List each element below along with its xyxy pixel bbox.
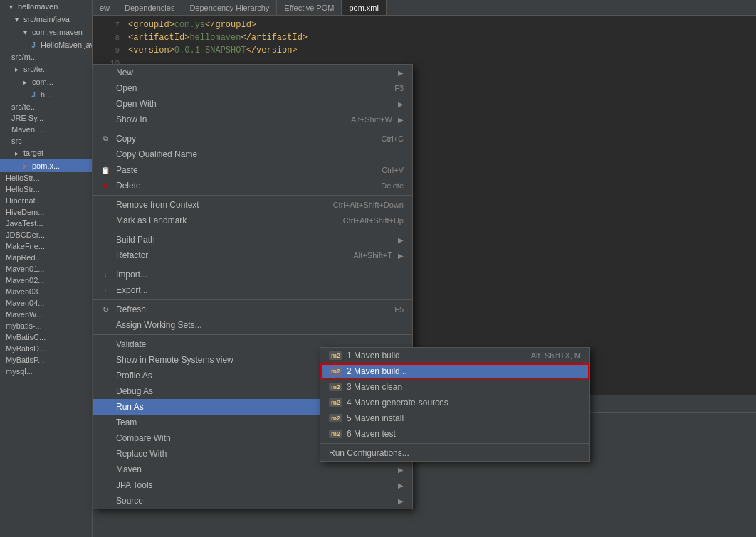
sidebar-item-makefriend[interactable]: MakeFrie... [0,240,92,252]
sidebar-item-hellomavenj[interactable]: J HelloMaven.java [0,38,92,51]
paste-icon: 📋 [99,164,112,176]
debug-icon [99,385,112,398]
refresh-icon: ↻ [99,303,112,316]
menu-item-refresh[interactable]: ↻ Refresh F5 [93,302,412,317]
menu-item-export[interactable]: ↑ Export... [93,282,412,298]
menu-item-copy-qualified[interactable]: Copy Qualified Name [93,147,412,162]
code-line-8: 8 <artifactId>hellomaven</artifactId> [93,31,756,44]
submenu-item-maven-build-2[interactable]: m2 2 Maven build... [320,363,589,379]
submenu-separator [320,443,589,444]
run-as-submenu: m2 1 Maven build Alt+Shift+X, M m2 2 Mav… [320,347,590,462]
build-path-icon [99,233,112,246]
xml-icon: x [20,161,30,171]
menu-item-open[interactable]: Open F3 [93,80,412,96]
separator-2 [93,195,412,196]
tab-effective-pom[interactable]: Effective POM [277,0,342,15]
sidebar-item-hellostr2[interactable]: HelloStr... [0,184,92,195]
sidebar-item-mybatis[interactable]: mybatis-... [0,320,92,331]
sidebar-item-maven02[interactable]: Maven02... [0,275,92,286]
menu-item-build-path[interactable]: Build Path ▶ [93,232,412,248]
sidebar-item-src-main2[interactable]: src/m... [0,51,92,63]
open-with-icon [99,97,112,110]
tab-ew[interactable]: ew [93,0,117,15]
submenu-item-maven-test[interactable]: m2 6 Maven test [320,426,589,442]
sidebar-item-jre[interactable]: JRE Sy... [0,112,92,124]
sidebar-item-pom[interactable]: x pom.x... [0,159,92,172]
submenu-item-run-configs[interactable]: Run Configurations... [320,445,589,461]
sidebar-item-hellomaven[interactable]: ▾ hellomaven [0,0,92,13]
menu-item-delete[interactable]: ✕ Delete Delete [93,178,412,193]
profile-icon [99,369,112,382]
sidebar-item-javatest[interactable]: JavaTest... [0,218,92,229]
jpa-icon [99,479,112,491]
sidebar-item-target[interactable]: ▸ target [0,147,92,159]
folder-icon-target: ▸ [11,148,21,158]
menu-item-source[interactable]: Source ▶ [93,493,412,509]
remote-systems-icon [99,353,112,366]
sidebar-item-src-main[interactable]: ▾ src/main/java [0,13,92,26]
submenu-arrow-refactor: ▶ [398,252,404,260]
tab-dependencies[interactable]: Dependencies [117,0,182,15]
sidebar-item-h[interactable]: J h... [0,88,92,101]
sidebar-item-mysql[interactable]: mysql... [0,366,92,377]
submenu-item-maven-clean[interactable]: m2 3 Maven clean [320,379,589,395]
menu-item-mark-landmark[interactable]: Mark as Landmark Ctrl+Alt+Shift+Up [93,213,412,228]
submenu-arrow-jpa: ▶ [398,482,404,489]
java-icon: J [28,40,38,50]
sidebar-item-mybatisp[interactable]: MyBatisP... [0,354,92,366]
maven-icon [99,463,112,476]
folder-icon-2: ▸ [11,64,21,74]
show-in-icon [99,113,112,126]
run-icon [99,400,112,413]
submenu-arrow-maven: ▶ [398,466,404,474]
submenu-item-maven-generate[interactable]: m2 4 Maven generate-sources [320,395,589,410]
sidebar-item-mapred[interactable]: MapRed... [0,252,92,263]
m2-badge-1: m2 [329,351,342,360]
sidebar-item-hivedemo[interactable]: HiveDem... [0,206,92,218]
menu-item-import[interactable]: ↓ Import... [93,267,412,282]
submenu-item-maven-build-1[interactable]: m2 1 Maven build Alt+Shift+X, M [320,348,589,363]
tab-dependency-hierarchy[interactable]: Dependency Hierarchy [182,0,277,15]
sidebar-item-maven-dep[interactable]: Maven ... [0,124,92,135]
sidebar-item-mavenw[interactable]: MavenW... [0,309,92,320]
menu-item-open-with[interactable]: Open With ▶ [93,96,412,112]
submenu-item-maven-install[interactable]: m2 5 Maven install [320,410,589,426]
menu-item-remove-context[interactable]: Remove from Context Ctrl+Alt+Shift+Down [93,197,412,213]
submenu-arrow-open-with: ▶ [398,100,404,108]
tab-pomxml[interactable]: pom.xml [342,0,387,15]
sidebar-item-com2[interactable]: ▸ com... [0,75,92,88]
m2-badge-5: m2 [329,414,342,422]
submenu-arrow-show-in: ▶ [398,116,404,124]
sidebar-item-maven01[interactable]: Maven01... [0,263,92,275]
sidebar-item-src[interactable]: src [0,135,92,147]
sidebar-item-hibernate[interactable]: Hibernat... [0,195,92,206]
menu-item-maven[interactable]: Maven ▶ [93,462,412,477]
sidebar-item-maven04[interactable]: Maven04... [0,297,92,309]
separator-1 [93,129,412,129]
sidebar-item-maven03[interactable]: Maven03... [0,286,92,297]
menu-item-working-sets[interactable]: Assign Working Sets... [93,317,412,333]
sidebar-item-src-test2[interactable]: src/te... [0,101,92,112]
open-icon [99,82,112,95]
new-icon [99,66,112,79]
menu-item-new[interactable]: New ▶ [93,65,412,80]
menu-item-paste[interactable]: 📋 Paste Ctrl+V [93,162,412,178]
replace-icon [99,447,112,460]
compare-icon [99,432,112,445]
sidebar-item-mybatisc[interactable]: MyBatisC... [0,331,92,343]
team-icon [99,416,112,429]
project-explorer: ▾ hellomaven ▾ src/main/java ▾ com.ys.ma… [0,0,93,537]
separator-5 [93,299,412,300]
sidebar-item-jdbc[interactable]: JDBCDer... [0,229,92,240]
separator-3 [93,230,412,230]
menu-item-show-in[interactable]: Show In Alt+Shift+W ▶ [93,112,412,127]
sidebar-item-src-test[interactable]: ▸ src/te... [0,63,92,75]
sidebar-item-mybatisd[interactable]: MyBatisD... [0,343,92,354]
menu-item-jpa-tools[interactable]: JPA Tools ▶ [93,477,412,493]
sidebar-item-hellostr1[interactable]: HelloStr... [0,172,92,184]
package-icon: ▾ [20,27,30,37]
menu-item-refactor[interactable]: Refactor Alt+Shift+T ▶ [93,248,412,263]
sidebar-item-com-ys[interactable]: ▾ com.ys.maven [0,26,92,38]
copy-icon: ⧉ [99,132,112,145]
menu-item-copy[interactable]: ⧉ Copy Ctrl+C [93,131,412,147]
